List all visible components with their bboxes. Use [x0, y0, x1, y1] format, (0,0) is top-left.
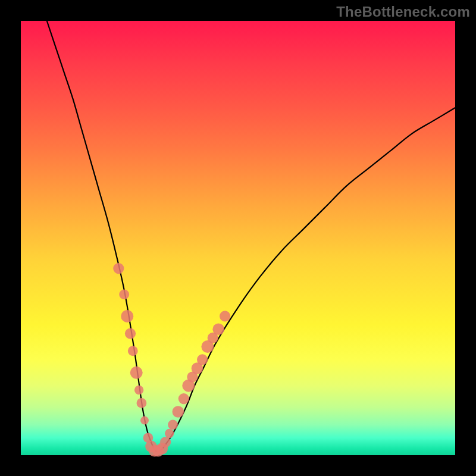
curve-markers [113, 263, 230, 457]
curve-marker [197, 354, 208, 365]
curve-marker [160, 437, 171, 447]
curve-marker [178, 393, 189, 404]
curve-marker [173, 406, 184, 418]
curve-marker [212, 324, 224, 336]
plot-area [21, 21, 455, 455]
watermark-text: TheBottleneck.com [336, 4, 470, 20]
curve-marker [140, 416, 149, 425]
chart-svg [21, 21, 455, 455]
curve-marker [119, 290, 129, 300]
curve-marker [137, 398, 147, 408]
curve-marker [113, 263, 124, 274]
curve-marker [168, 420, 178, 430]
curve-marker [128, 346, 138, 356]
curve-marker [125, 328, 136, 339]
curve-marker [220, 311, 230, 321]
curve-marker [134, 386, 143, 394]
curve-marker [121, 310, 133, 322]
bottleneck-curve [47, 21, 455, 452]
curve-marker [165, 429, 174, 438]
curve-marker [130, 367, 143, 379]
chart-frame: TheBottleneck.com [0, 0, 476, 476]
